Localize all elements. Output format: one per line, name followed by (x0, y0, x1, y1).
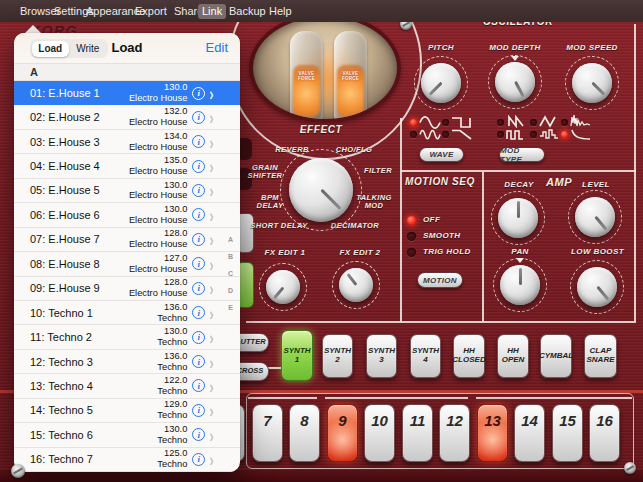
motion-trig-hold-label[interactable]: TRIG HOLD (423, 248, 483, 257)
motion-button[interactable]: MOTION (417, 272, 463, 288)
preset-row[interactable]: 11: Techno 2130.0Technoi› (14, 325, 240, 349)
level-knob[interactable] (575, 197, 615, 237)
pulse-mod-led[interactable] (497, 131, 504, 138)
triangle-mod-led[interactable] (530, 119, 537, 126)
effect-select-knob[interactable] (289, 158, 353, 222)
decay-knob[interactable] (498, 198, 538, 238)
menu-item-help[interactable]: Help (265, 4, 296, 19)
preset-row[interactable]: 14: Techno 5129.0Technoi› (14, 399, 240, 423)
segment-load[interactable]: Load (32, 41, 70, 57)
preset-row[interactable]: 09: E.House 9128.0Electro Housei› (14, 277, 240, 301)
info-icon[interactable]: i (192, 135, 205, 148)
step-button-13[interactable]: 13 (477, 404, 508, 462)
preset-row[interactable]: 01: E.House 1130.0Electro Housei› (14, 81, 240, 105)
menu-item-export[interactable]: Export (131, 4, 171, 19)
saw-wave-led[interactable] (442, 131, 449, 138)
step-button-11[interactable]: 11 (402, 404, 433, 462)
preset-bpm: 127.0 (109, 253, 187, 264)
motion-off-led[interactable] (407, 216, 416, 225)
divider (482, 172, 484, 322)
step-button-12[interactable]: 12 (439, 404, 470, 462)
info-icon[interactable]: i (192, 355, 205, 368)
info-icon[interactable]: i (192, 87, 205, 100)
load-write-segmented-control[interactable]: Load Write (30, 39, 108, 58)
preset-meta: 134.0Electro House (109, 131, 187, 153)
index-letter-a[interactable]: A (228, 236, 233, 243)
part-button-hh-closed[interactable]: HH CLOSED (453, 334, 485, 378)
step-button-16[interactable]: 16 (589, 404, 620, 462)
preset-row[interactable]: 06: E.House 6130.0Electro Housei› (14, 203, 240, 227)
info-icon[interactable]: i (192, 453, 205, 466)
preset-row[interactable]: 10: Techno 1136.0Technoi› (14, 301, 240, 325)
index-letter-b[interactable]: B (228, 253, 233, 260)
info-icon[interactable]: i (192, 111, 205, 124)
motion-trig-hold-led[interactable] (407, 248, 416, 257)
step-button-14[interactable]: 14 (514, 404, 545, 462)
edit-button[interactable]: Edit (206, 33, 228, 63)
info-icon[interactable]: i (192, 404, 205, 417)
low-boost-knob[interactable] (577, 267, 617, 307)
preset-row[interactable]: 07: E.House 7128.0Electro Housei› (14, 228, 240, 252)
vacuum-tube-window: VALVE FORCE VALVE FORCE (249, 13, 401, 123)
info-icon[interactable]: i (192, 184, 205, 197)
preset-row[interactable]: 03: E.House 3134.0Electro Housei› (14, 130, 240, 154)
info-icon[interactable]: i (192, 233, 205, 246)
wave-button[interactable]: WAVE (419, 147, 464, 162)
divider (400, 118, 402, 322)
index-letter-e[interactable]: E (228, 304, 233, 311)
info-icon[interactable]: i (192, 282, 205, 295)
chevron-right-icon: › (209, 204, 214, 226)
preset-row[interactable]: 13: Techno 4122.0Technoi› (14, 374, 240, 398)
part-button-synth-4[interactable]: SYNTH 4 (410, 334, 441, 378)
preset-bpm: 130.0 (109, 180, 187, 191)
step-button-15[interactable]: 15 (552, 404, 583, 462)
info-icon[interactable]: i (192, 257, 205, 270)
saw-pairs-mod-led[interactable] (497, 119, 504, 126)
info-icon[interactable]: i (192, 160, 205, 173)
preset-name: 07: E.House 7 (30, 233, 109, 245)
preset-row[interactable]: 05: E.House 5130.0Electro Housei› (14, 179, 240, 203)
mod-type-button[interactable]: MOD TYPE (499, 147, 545, 162)
step-button-9[interactable]: 9 (327, 404, 358, 462)
motion-off-label[interactable]: OFF (423, 216, 483, 225)
info-icon[interactable]: i (192, 379, 205, 392)
wave-sine-led[interactable] (410, 119, 417, 126)
preset-row[interactable]: 04: E.House 4135.0Electro Housei› (14, 154, 240, 178)
fx-edit-2-knob[interactable] (339, 268, 373, 302)
segment-write[interactable]: Write (69, 41, 107, 57)
square-wave-led[interactable] (442, 119, 449, 126)
step-button-7[interactable]: 7 (252, 404, 283, 462)
menu-item-link[interactable]: Link (198, 4, 226, 19)
preset-row[interactable]: 12: Techno 3136.0Technoi› (14, 350, 240, 374)
motion-smooth-led[interactable] (407, 232, 416, 241)
part-button-synth-1[interactable]: SYNTH 1 (281, 330, 313, 381)
part-button-hh-open[interactable]: HH OPEN (497, 334, 529, 378)
step-button-10[interactable]: 10 (364, 404, 395, 462)
random-mod-led[interactable] (530, 131, 537, 138)
mod-depth-knob[interactable] (495, 62, 535, 102)
motion-smooth-label[interactable]: SMOOTH (423, 232, 483, 241)
info-icon[interactable]: i (192, 306, 205, 319)
part-button-synth-2[interactable]: SYNTH 2 (322, 334, 353, 378)
preset-row[interactable]: 15: Techno 6130.0Technoi› (14, 423, 240, 447)
envelope-mod-led[interactable] (561, 131, 568, 138)
info-icon[interactable]: i (192, 428, 205, 441)
info-icon[interactable]: i (192, 208, 205, 221)
part-button-cymbal[interactable]: CYMBAL (540, 334, 572, 378)
info-icon[interactable]: i (192, 331, 205, 344)
part-button-clap-snare[interactable]: CLAP SNARE (584, 334, 617, 378)
pan-knob[interactable] (500, 265, 540, 305)
index-letter-d[interactable]: D (228, 287, 233, 294)
mod-speed-knob[interactable] (572, 63, 612, 103)
part-button-synth-3[interactable]: SYNTH 3 (366, 334, 397, 378)
menu-item-backup[interactable]: Backup (225, 4, 270, 19)
sine-double-wave-led[interactable] (410, 131, 417, 138)
preset-row[interactable]: 08: E.House 8127.0Electro Housei› (14, 252, 240, 276)
index-letter-c[interactable]: C (228, 270, 233, 277)
fx-edit-1-knob[interactable] (266, 270, 300, 304)
preset-row[interactable]: 16: Techno 7125.0Technoi› (14, 448, 240, 472)
pitch-knob[interactable] (421, 63, 461, 103)
noise-mod-led[interactable] (561, 119, 568, 126)
preset-row[interactable]: 02: E.House 2132.0Electro Housei› (14, 105, 240, 129)
step-button-8[interactable]: 8 (289, 404, 320, 462)
